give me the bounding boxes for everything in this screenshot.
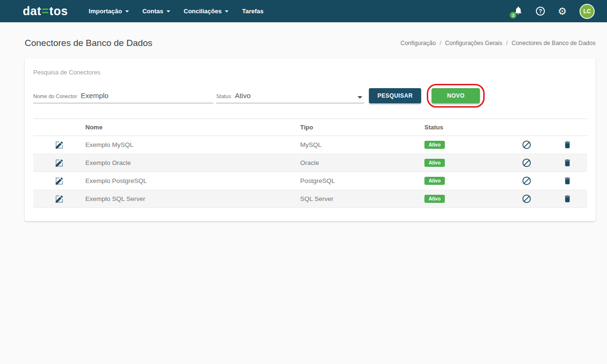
logo-text-2: tos [49, 4, 68, 18]
connectors-card: Pesquisa de Conectores Nome do Conector … [25, 58, 596, 221]
cell-type: Oracle [300, 159, 424, 166]
table-row: Exemplo PostgreSQL PostgreSQL Ativo [33, 172, 587, 190]
chevron-down-icon [166, 10, 170, 12]
cell-name: Exemplo PostgreSQL [85, 177, 300, 184]
settings-button[interactable]: ⚙ [558, 6, 567, 16]
logo-text-1: dat [23, 4, 41, 18]
cell-name: Exemplo MySQL [85, 141, 300, 148]
help-icon: ? [536, 7, 545, 16]
nav-item-tarefas[interactable]: Tarefas [235, 3, 270, 19]
status-badge: Ativo [424, 177, 445, 185]
block-icon[interactable] [522, 176, 532, 186]
chevron-down-icon [225, 10, 229, 12]
new-button[interactable]: NOVO [432, 88, 480, 103]
status-badge: Ativo [424, 195, 445, 203]
header-status: Status [424, 124, 505, 131]
table-row: Exemplo SQL Server SQL Server Ativo [33, 190, 587, 208]
cell-type: SQL Server [300, 195, 424, 202]
gear-icon: ⚙ [558, 6, 567, 16]
header-type: Tipo [300, 124, 424, 131]
page-header: Conectores de Banco de Dados Configuraçã… [0, 22, 607, 48]
top-navbar: dat=tos Importação Contas Conciliações T… [0, 0, 607, 22]
status-badge: Ativo [424, 159, 445, 167]
nav-item-conciliacoes[interactable]: Conciliações [177, 3, 235, 19]
search-button[interactable]: PESQUISAR [369, 88, 421, 103]
status-label: Status [216, 93, 231, 99]
logo-accent: = [42, 4, 49, 18]
notification-badge: 2 [510, 12, 516, 18]
nav-item-label: Conciliações [184, 8, 221, 15]
status-badge: Ativo [424, 141, 445, 149]
status-select[interactable]: Status Ativo [216, 91, 364, 103]
connector-name-field[interactable]: Nome do Conector Exemplo [33, 91, 213, 103]
nav-item-label: Contas [142, 8, 163, 15]
search-form: Nome do Conector Exemplo Status Ativo PE… [33, 88, 587, 103]
block-icon[interactable] [522, 140, 532, 150]
navbar-actions: 2 ? ⚙ LC [514, 4, 595, 19]
breadcrumb-item-current: Conectores de Banco de Dados [512, 40, 596, 46]
status-selected-value: Ativo [235, 91, 250, 100]
page-title: Conectores de Banco de Dados [25, 38, 152, 48]
connector-name-value[interactable]: Exemplo [81, 91, 108, 100]
block-icon[interactable] [522, 158, 532, 168]
cell-type: PostgreSQL [300, 177, 424, 184]
connectors-table: Nome Tipo Status Exemplo MySQL MySQL Ati… [33, 118, 587, 208]
breadcrumb-item-configuracao[interactable]: Configuração [401, 40, 436, 46]
nav-item-label: Tarefas [242, 8, 263, 15]
edit-icon[interactable] [55, 140, 64, 150]
trash-icon[interactable] [563, 140, 572, 149]
table-row: Exemplo MySQL MySQL Ativo [33, 136, 587, 154]
trash-icon[interactable] [563, 194, 572, 203]
connector-name-label: Nome do Conector [33, 93, 77, 99]
app-logo[interactable]: dat=tos [23, 4, 68, 18]
trash-icon[interactable] [563, 176, 572, 185]
table-header-row: Nome Tipo Status [33, 118, 587, 136]
cell-type: MySQL [300, 141, 424, 148]
table-row: Exemplo Oracle Oracle Ativo [33, 154, 587, 172]
user-avatar[interactable]: LC [579, 4, 595, 19]
main-nav: Importação Contas Conciliações Tarefas [82, 3, 270, 19]
breadcrumb-separator: / [440, 40, 441, 46]
chevron-down-icon [358, 96, 362, 99]
new-button-wrapper: NOVO [432, 88, 480, 103]
header-name: Nome [85, 124, 300, 131]
cell-name: Exemplo SQL Server [85, 195, 300, 202]
breadcrumb-separator: / [506, 40, 507, 46]
nav-item-label: Importação [89, 8, 122, 15]
nav-item-contas[interactable]: Contas [136, 3, 177, 19]
edit-icon[interactable] [55, 158, 64, 168]
help-button[interactable]: ? [536, 7, 545, 16]
search-panel-title: Pesquisa de Conectores [33, 69, 587, 76]
cell-name: Exemplo Oracle [85, 159, 300, 166]
chevron-down-icon [125, 10, 129, 12]
edit-icon[interactable] [55, 176, 64, 186]
breadcrumb-item-configuracoes-gerais[interactable]: Configurações Gerais [445, 40, 502, 46]
nav-item-importacao[interactable]: Importação [82, 3, 136, 19]
edit-icon[interactable] [55, 194, 64, 204]
block-icon[interactable] [522, 194, 532, 204]
breadcrumb: Configuração / Configurações Gerais / Co… [401, 40, 596, 46]
trash-icon[interactable] [563, 158, 572, 167]
notifications-button[interactable]: 2 [514, 6, 523, 17]
